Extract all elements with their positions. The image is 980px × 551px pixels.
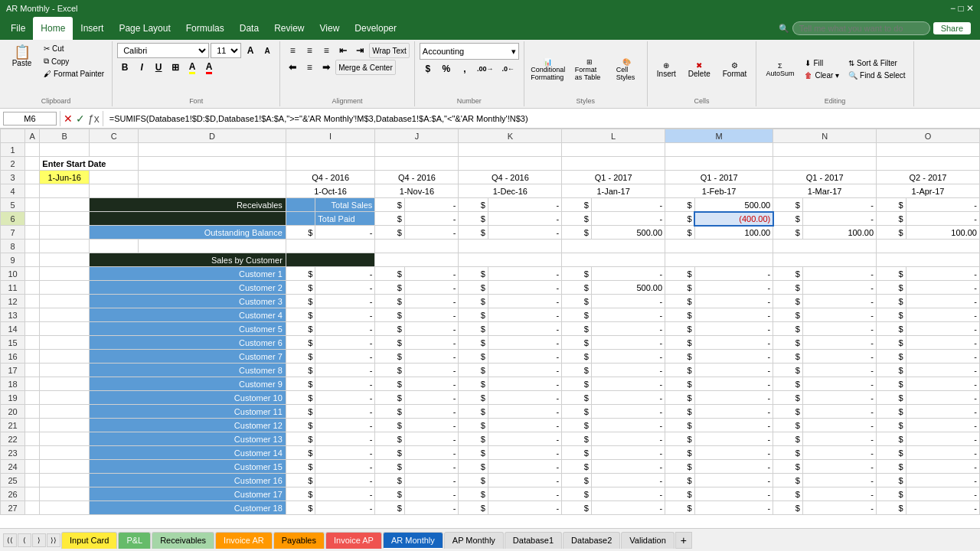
col-header-b[interactable]: B bbox=[40, 129, 90, 143]
cell-o1[interactable] bbox=[877, 143, 980, 157]
cell-a6[interactable] bbox=[25, 212, 40, 226]
cell-c6-empty[interactable] bbox=[90, 212, 286, 226]
cell-b8[interactable] bbox=[40, 240, 90, 253]
clear-edit-button[interactable]: 🗑 Clear ▾ bbox=[802, 70, 842, 81]
cell-o5-dash[interactable]: - bbox=[906, 198, 979, 212]
align-top-center-button[interactable]: ≡ bbox=[302, 43, 317, 58]
cell-n5-dollar[interactable]: $ bbox=[773, 198, 803, 212]
cell-b9[interactable] bbox=[40, 253, 90, 267]
cell-l6[interactable]: - bbox=[591, 212, 665, 226]
sort-filter-button[interactable]: ⇅ Sort & Filter bbox=[845, 57, 908, 69]
cell-c1[interactable] bbox=[90, 143, 139, 157]
menu-data[interactable]: Data bbox=[232, 17, 266, 40]
add-sheet-button[interactable]: + bbox=[675, 532, 692, 549]
cell-m8[interactable] bbox=[665, 240, 773, 253]
copy-button[interactable]: ⧉ Copy bbox=[41, 55, 107, 67]
cell-h6[interactable]: - bbox=[404, 212, 459, 226]
col-header-h[interactable]: L bbox=[562, 129, 665, 143]
cell-m3-q1-2017[interactable]: Q1 - 2017 bbox=[665, 171, 773, 184]
cell-customer1[interactable]: Customer 1 bbox=[90, 267, 286, 281]
insert-button[interactable]: ⊕ Insert bbox=[652, 59, 681, 80]
cell-m9[interactable] bbox=[665, 253, 773, 267]
cell-customer13[interactable]: Customer 13 bbox=[90, 432, 286, 446]
cell-i5-dollar[interactable]: $ bbox=[459, 198, 488, 212]
cell-b1[interactable] bbox=[40, 143, 90, 157]
cell-c8[interactable] bbox=[90, 240, 139, 253]
cell-customer18[interactable]: Customer 18 bbox=[90, 501, 286, 515]
tab-receivables[interactable]: Receivables bbox=[152, 532, 214, 549]
cell-n9[interactable] bbox=[773, 253, 877, 267]
tab-ar-monthly[interactable]: AR Monthly bbox=[383, 532, 443, 549]
cell-g7[interactable]: $ bbox=[375, 226, 405, 240]
cell-n4-mar[interactable]: 1-Mar-17 bbox=[773, 184, 877, 198]
cell-m6-selected[interactable]: (400.00) bbox=[694, 212, 773, 226]
menu-file[interactable]: File bbox=[3, 17, 33, 40]
cell-customer14[interactable]: Customer 14 bbox=[90, 446, 286, 460]
fill-button[interactable]: ⬇ Fill bbox=[802, 57, 842, 69]
cell-e7-dollar[interactable]: $ bbox=[286, 226, 315, 240]
cell-i2[interactable] bbox=[286, 157, 375, 171]
cell-n3-q1-2017[interactable]: Q1 - 2017 bbox=[773, 171, 877, 184]
cancel-formula-icon[interactable]: ✕ bbox=[64, 112, 73, 125]
cell-c4[interactable] bbox=[90, 184, 139, 198]
font-size-decrease-button[interactable]: A bbox=[260, 43, 275, 58]
cell-b2-enter-start[interactable]: Enter Start Date bbox=[40, 157, 139, 171]
cell-a8[interactable] bbox=[25, 240, 40, 253]
cell-o8[interactable] bbox=[877, 240, 980, 253]
cell-m2[interactable] bbox=[665, 157, 773, 171]
menu-formulas[interactable]: Formulas bbox=[178, 17, 232, 40]
cell-k2[interactable] bbox=[459, 157, 562, 171]
menu-insert[interactable]: Insert bbox=[73, 17, 111, 40]
cell-l5-dash[interactable]: - bbox=[591, 198, 665, 212]
tab-ap-monthly[interactable]: AP Monthly bbox=[444, 532, 504, 549]
first-sheet-button[interactable]: ⟨⟨ bbox=[3, 533, 17, 547]
insert-function-icon[interactable]: ƒx bbox=[88, 112, 100, 125]
tab-pl[interactable]: P&L bbox=[118, 532, 151, 549]
delete-button[interactable]: ✖ Delete bbox=[684, 59, 715, 80]
cell-n7-100[interactable]: 100.00 bbox=[802, 226, 876, 240]
cell-i8[interactable] bbox=[286, 240, 375, 253]
cell-receivables-header[interactable]: Receivables bbox=[90, 198, 286, 212]
cell-k6[interactable]: $ bbox=[562, 212, 592, 226]
cell-a2[interactable] bbox=[25, 157, 40, 171]
cell-customer2[interactable]: Customer 2 bbox=[90, 281, 286, 295]
cell-m1[interactable] bbox=[665, 143, 773, 157]
cell-e6[interactable] bbox=[286, 212, 315, 226]
cell-customer11[interactable]: Customer 11 bbox=[90, 405, 286, 419]
cell-l3-q1-2017[interactable]: Q1 - 2017 bbox=[562, 171, 665, 184]
cell-customer16[interactable]: Customer 16 bbox=[90, 474, 286, 487]
inc-decimal-button[interactable]: .00→ bbox=[475, 61, 496, 77]
search-input[interactable] bbox=[792, 21, 930, 35]
cell-h5[interactable]: - bbox=[404, 198, 459, 212]
align-top-left-button[interactable]: ≡ bbox=[285, 43, 300, 58]
cell-customer4[interactable]: Customer 4 bbox=[90, 308, 286, 322]
cell-n6-dollar[interactable]: $ bbox=[773, 212, 803, 226]
cell-o6-dollar[interactable]: $ bbox=[877, 212, 906, 226]
cell-o7-100[interactable]: 100.00 bbox=[906, 226, 979, 240]
cut-button[interactable]: ✂ Cut bbox=[41, 43, 107, 54]
cell-customer9[interactable]: Customer 9 bbox=[90, 377, 286, 391]
cell-j2[interactable] bbox=[375, 157, 459, 171]
tab-database2[interactable]: Database2 bbox=[563, 532, 620, 549]
cell-k5[interactable]: $ bbox=[562, 198, 592, 212]
cell-m4-feb[interactable]: 1-Feb-17 bbox=[665, 184, 773, 198]
cell-m6-dollar[interactable]: $ bbox=[665, 212, 695, 226]
cell-l1[interactable] bbox=[562, 143, 665, 157]
cell-m5-dollar[interactable]: $ bbox=[665, 198, 695, 212]
cell-a9[interactable] bbox=[25, 253, 40, 267]
cell-j1[interactable] bbox=[375, 143, 459, 157]
menu-view[interactable]: View bbox=[312, 17, 348, 40]
cell-o2[interactable] bbox=[877, 157, 980, 171]
cell-i1[interactable] bbox=[286, 143, 375, 157]
merge-center-button[interactable]: Merge & Center bbox=[335, 60, 396, 75]
cell-j6[interactable]: - bbox=[488, 212, 561, 226]
col-header-c[interactable]: C bbox=[90, 129, 139, 143]
cell-j8[interactable] bbox=[375, 240, 459, 253]
cell-o6[interactable]: - bbox=[906, 212, 979, 226]
cell-customer5[interactable]: Customer 5 bbox=[90, 322, 286, 336]
cell-customer3[interactable]: Customer 3 bbox=[90, 295, 286, 308]
cell-k4-dec[interactable]: 1-Dec-16 bbox=[459, 184, 562, 198]
cell-b5[interactable] bbox=[40, 198, 90, 212]
cell-l2[interactable] bbox=[562, 157, 665, 171]
cell-customer6[interactable]: Customer 6 bbox=[90, 336, 286, 350]
